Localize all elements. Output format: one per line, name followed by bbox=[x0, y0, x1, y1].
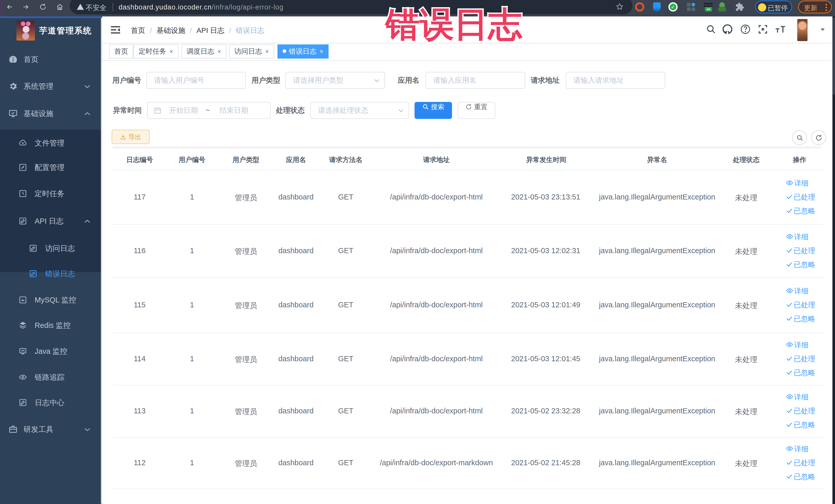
svg-text:错误日志: 错误日志 bbox=[384, 5, 523, 43]
